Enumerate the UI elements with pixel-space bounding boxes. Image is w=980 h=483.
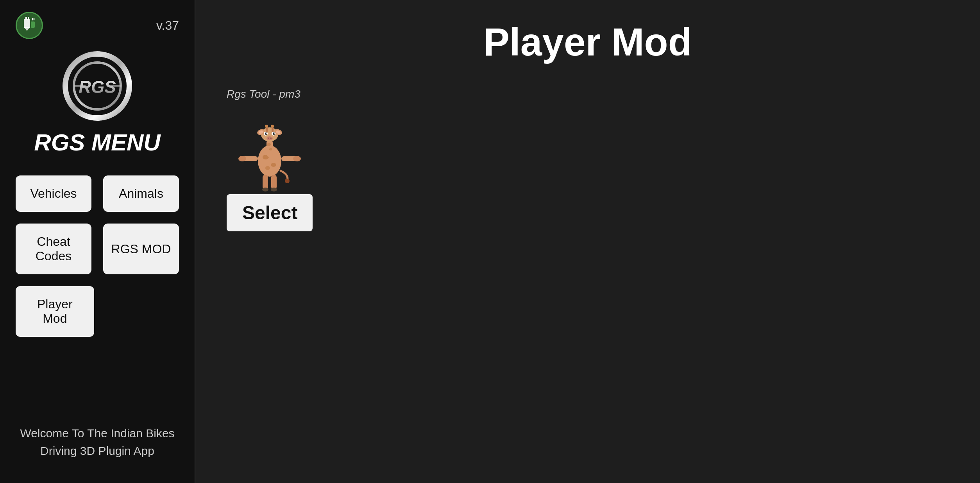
svg-point-33 bbox=[270, 138, 272, 139]
svg-point-35 bbox=[238, 156, 246, 161]
footer-line1: Welcome To The Indian Bikes bbox=[20, 427, 174, 440]
svg-rect-2 bbox=[28, 17, 29, 20]
svg-point-41 bbox=[271, 188, 277, 191]
menu-title: RGS MENU bbox=[34, 129, 160, 156]
svg-point-29 bbox=[266, 133, 267, 134]
svg-text:RGS: RGS bbox=[79, 77, 116, 97]
character-figure bbox=[231, 108, 309, 194]
player-mod-button[interactable]: Player Mod bbox=[16, 286, 94, 337]
tool-label: Rgs Tool - pm3 bbox=[227, 88, 949, 100]
svg-rect-1 bbox=[25, 17, 27, 20]
svg-point-11 bbox=[271, 163, 276, 167]
svg-point-32 bbox=[268, 138, 269, 139]
bottom-row: Player Mod bbox=[16, 286, 179, 337]
version-label: v.37 bbox=[156, 18, 179, 33]
svg-point-14 bbox=[267, 143, 271, 146]
svg-point-37 bbox=[293, 156, 301, 161]
vehicles-button[interactable]: Vehicles bbox=[16, 175, 91, 212]
svg-point-22 bbox=[265, 125, 268, 128]
character-card: Select bbox=[227, 108, 313, 231]
rgs-mod-button[interactable]: RGS MOD bbox=[103, 224, 179, 274]
svg-rect-39 bbox=[271, 175, 277, 190]
sidebar: v.37 RGS bbox=[0, 0, 195, 483]
select-button[interactable]: Select bbox=[227, 194, 313, 231]
svg-rect-13 bbox=[266, 140, 273, 157]
main-content: Player Mod Rgs Tool - pm3 bbox=[195, 0, 980, 483]
svg-point-24 bbox=[271, 125, 274, 128]
svg-point-31 bbox=[266, 136, 273, 140]
svg-point-28 bbox=[273, 132, 275, 135]
animals-button[interactable]: Animals bbox=[103, 175, 179, 212]
svg-point-30 bbox=[274, 133, 275, 134]
svg-rect-0 bbox=[24, 19, 30, 28]
svg-point-15 bbox=[269, 148, 272, 150]
svg-point-27 bbox=[265, 132, 267, 135]
svg-rect-3 bbox=[31, 21, 35, 28]
logo-icon bbox=[16, 12, 43, 39]
svg-point-42 bbox=[285, 179, 290, 183]
svg-point-40 bbox=[262, 188, 268, 191]
page-title: Player Mod bbox=[227, 20, 949, 64]
cheat-codes-button[interactable]: Cheat Codes bbox=[16, 224, 91, 274]
rgs-logo: RGS bbox=[62, 51, 132, 121]
menu-buttons-grid: Vehicles Animals Cheat Codes RGS MOD bbox=[16, 175, 179, 274]
footer-text: Welcome To The Indian Bikes Driving 3D P… bbox=[20, 424, 174, 460]
svg-rect-38 bbox=[263, 175, 268, 190]
footer-line2: Driving 3D Plugin App bbox=[40, 444, 154, 457]
svg-point-12 bbox=[265, 166, 270, 170]
sidebar-top: v.37 bbox=[16, 12, 179, 39]
